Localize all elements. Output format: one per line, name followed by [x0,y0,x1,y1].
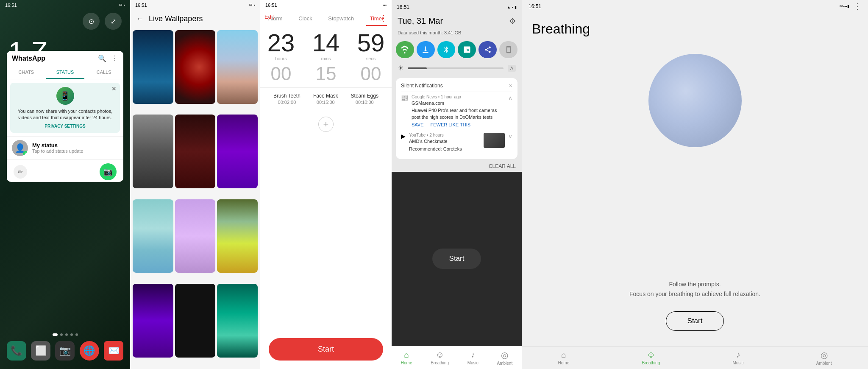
nav-music-p4[interactable]: ♪ Music [467,350,479,366]
toggle-nfc[interactable] [458,41,476,58]
tab-stopwatch[interactable]: Stopwatch [325,14,357,26]
wa-tab-calls[interactable]: CALLS [84,66,123,79]
wallpaper-1[interactable] [175,30,216,104]
wallpaper-0[interactable] [133,30,173,104]
breathing-start-button[interactable]: Start [666,311,724,331]
wa-camera-btn[interactable]: 📷 [100,163,117,180]
brightness-icon[interactable]: ☀ [398,64,403,72]
wa-bottom-btns: ✏ 📷 [7,159,123,182]
nav-breathing-p5[interactable]: ☺ Breathing [642,350,660,366]
dock-app2[interactable]: ⬜ [31,341,50,361]
wallpaper-4[interactable] [175,115,216,188]
preset-name-1: Face Mask [313,93,338,99]
panel-whatsapp: 16:51 ✉ ▪ ⊙ ⤢ 1 Z WhatsApp 🔍 ⋮ CHATS STA… [0,0,130,369]
silent-notif-title: Silent Notifications [401,83,443,89]
whatsapp-panel: WhatsApp 🔍 ⋮ CHATS STATUS CALLS ✕ 📱 You … [7,51,123,182]
youtube-content: YouTube • 2 hours AMD's Checkmate Recomm… [409,133,480,152]
wallpaper-5[interactable] [217,115,258,188]
wallpaper-9[interactable] [133,284,173,358]
wallpaper-10[interactable] [175,284,216,358]
save-action[interactable]: SAVE [412,122,424,127]
nav-home-p5[interactable]: ⌂ Home [558,350,570,366]
wallpaper-7[interactable] [175,199,216,273]
dot-3 [70,333,73,336]
wa-more-icon[interactable]: ⋮ [111,54,118,62]
nav-ambient-p4[interactable]: ◎ Ambient [497,350,512,366]
start-timer-button[interactable]: Start [269,338,383,361]
nav-breathing-p4[interactable]: ☺ Breathing [431,350,449,366]
edit-button[interactable]: Edit [264,14,274,20]
ambient-icon-p4: ◎ [501,350,508,360]
timer-secs-display: 59 secs [350,31,392,61]
wallpaper-11[interactable] [217,284,258,358]
wifi-icon-p4: ▲ [507,5,511,9]
toggle-share[interactable] [479,41,497,58]
timer-presets: Brush Teeth 00:02:00 Face Mask 00:15:00 … [260,87,392,110]
toggle-bluetooth[interactable] [437,41,456,58]
google-news-notif[interactable]: 📰 Google News • 1 hour ago GSMarena.com … [401,92,512,130]
settings-icon[interactable]: ⚙ [509,17,516,26]
youtube-app-name: YouTube [409,133,426,137]
clear-all-btn[interactable]: CLEAR ALL [392,161,522,172]
bottom-nav-p5: ⌂ Home ☺ Breathing ♪ Music ◎ Ambient [522,346,868,369]
preset-time-1: 00:15:00 [313,100,338,105]
wa-tab-chats[interactable]: CHATS [7,66,46,79]
wa-add-status-btn[interactable]: + [23,151,28,156]
toggle-data[interactable] [417,41,435,58]
wallpaper-6[interactable] [133,199,173,273]
settings-shortcut[interactable]: ⊙ [83,13,100,30]
tab-clock[interactable]: Clock [295,14,316,26]
dock-gmail[interactable]: ✉️ [104,341,123,361]
breathing-icon-p4: ☺ [435,350,444,360]
google-news-expand[interactable]: ∧ [508,95,512,101]
wa-tab-status[interactable]: STATUS [46,66,85,79]
timer-mins-label: mins [305,56,347,61]
toggle-phone[interactable] [499,41,517,58]
dock-camera[interactable]: 📷 [55,341,75,361]
fewer-action[interactable]: FEWER LIKE THIS [431,122,471,127]
brightness-bar[interactable] [408,67,504,69]
google-news-app-info: Google News • 1 hour ago [412,95,505,99]
nav-home-p4[interactable]: ⌂ Home [401,350,412,366]
wallpaper-2[interactable] [217,30,258,104]
nav-ambient-p5[interactable]: ◎ Ambient [816,350,832,366]
dock-chrome[interactable]: 🌐 [80,341,99,361]
google-news-content: Google News • 1 hour ago GSMarena.com Hu… [412,95,505,127]
preset-face-mask[interactable]: Face Mask 00:15:00 [313,93,338,105]
youtube-expand[interactable]: ∨ [508,133,512,140]
timer-display-area: 23 hours 14 mins 59 secs 00 15 [260,26,392,87]
timer-hours2-value: 00 [260,64,302,83]
home-label-p5: Home [558,361,570,365]
dock-phone[interactable]: 📞 [7,341,26,361]
wa-header: WhatsApp 🔍 ⋮ [7,51,123,66]
expand-shortcut[interactable]: ⤢ [105,13,122,30]
nav-music-p5[interactable]: ♪ Music [732,350,743,366]
youtube-notif[interactable]: ▶ YouTube • 2 hours AMD's Checkmate Reco… [401,130,512,155]
wallpaper-8[interactable] [217,199,258,273]
add-timer-btn[interactable]: + [260,110,392,139]
timer-hours2-display: 00 [260,64,302,83]
wallpaper-3[interactable] [133,115,173,188]
silent-notif-close[interactable]: × [509,82,512,89]
google-news-icon: 📰 [401,95,408,101]
wa-search-icon[interactable]: 🔍 [98,54,106,62]
add-circle-icon[interactable]: + [318,117,334,132]
wa-my-status[interactable]: 👤 + My status Tap to add status update [7,136,123,159]
preset-name-2: Steam Eggs [351,93,378,99]
breathing-start-btn[interactable]: Start [432,249,481,269]
music-label-p4: Music [467,361,479,365]
more-button[interactable]: ⋮ [380,14,387,23]
wa-status-close[interactable]: ✕ [111,85,117,92]
wa-edit-btn[interactable]: ✏ [14,165,27,179]
more-icon-p5[interactable]: ⋮ [854,2,861,11]
google-news-headline: Huawei P40 Pro's rear and front cameras … [412,107,505,120]
preset-brush-teeth[interactable]: Brush Teeth 00:02:00 [273,93,300,105]
preset-steam-eggs[interactable]: Steam Eggs 00:10:00 [351,93,378,105]
status-bar-p2: 16:51 ✉ ▪ [130,0,260,10]
timer-secs-value: 59 [350,31,392,55]
panel-notifications: 16:51 ▲ ▪ ▮ Tue, 31 Mar ⚙ Data used this… [392,0,522,369]
back-button[interactable]: ← [136,14,144,23]
wa-privacy-link[interactable]: PRIVACY SETTINGS [15,124,115,129]
toggle-wifi[interactable] [396,41,414,58]
timer-hours-label: hours [260,56,302,61]
